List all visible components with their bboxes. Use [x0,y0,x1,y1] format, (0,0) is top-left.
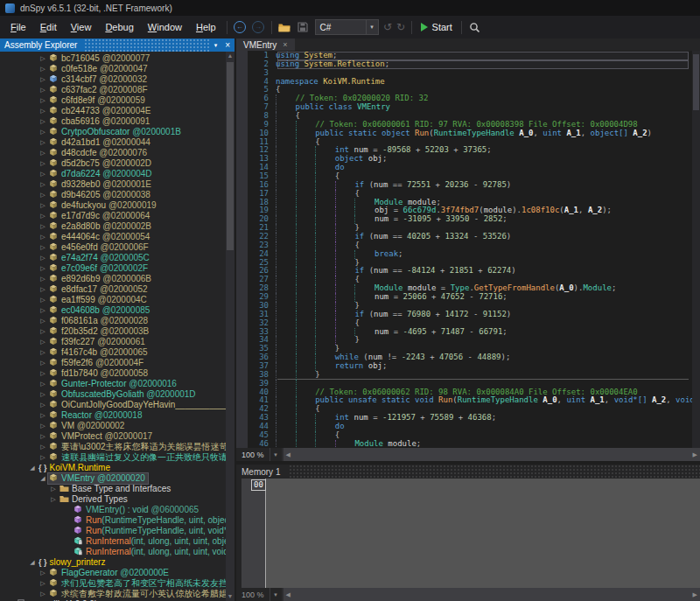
memory-zoom-level[interactable]: 100 % [236,588,270,601]
tree-item-label[interactable]: Base Type and Interfaces [59,484,173,494]
chevron-down-icon[interactable]: ▾ [214,42,218,49]
tree-item-label[interactable]: cb244733 @0200004E [48,106,153,116]
expand-icon[interactable]: ▷ [38,190,47,200]
menu-file[interactable]: File [4,19,33,35]
back-icon[interactable]: ← [233,20,248,34]
expand-icon[interactable]: ▷ [38,116,47,127]
tree-item-label[interactable]: c637fac2 @0200008F [48,85,150,95]
tab-vmentry[interactable]: VMEntry × [236,38,295,51]
tree-item[interactable]: ▷d9b46205 @02000038 [0,190,226,200]
chevron-down-icon[interactable]: ▼ [270,588,282,601]
tree-item[interactable]: ▷f4167c4b @02000065 [0,347,226,358]
expand-icon[interactable]: ▷ [38,578,47,589]
tree-item[interactable]: ▷VM @02000002 [0,421,226,431]
expand-icon[interactable]: ▷ [38,148,47,158]
tree-item-label[interactable]: OiCuntJollyGoodDayYeHavin_______________… [48,400,226,410]
memory-hex-view[interactable]: 00 [236,479,700,588]
tree-item-label[interactable]: f4167c4b @02000065 [48,347,150,358]
tree-item[interactable]: ▷fd1b7840 @02000058 [0,368,226,379]
tree-item-label[interactable]: { }slowy_printerz [38,557,108,568]
expand-icon[interactable]: ▷ [38,326,47,337]
scroll-down-icon[interactable]: ▼ [226,592,234,601]
memory-panel-header[interactable]: Memory 1 [236,465,700,479]
scrollbar-thumb[interactable] [227,62,234,250]
expand-icon[interactable]: ▷ [38,368,47,379]
tree-item[interactable]: ▷c6fd8e9f @02000059 [0,95,226,106]
tree-item[interactable]: Run(RuntimeTypeHandle, uint, object[]) :… [0,515,226,526]
expand-icon[interactable]: ▷ [38,421,47,431]
tree-item[interactable]: ▷ObfuscatedByGoliath @0200001D [0,389,226,400]
tree-item-label[interactable]: e7c09e6f @0200002F [48,263,150,274]
tree-scrollbar[interactable]: ▲ ▼ [226,52,234,601]
tree-item[interactable]: ▷CrytpoObfuscator @0200001B [0,127,226,137]
tree-item-label[interactable]: RunInternal(int, ulong, uint, uint, void… [73,547,226,557]
tree-item[interactable]: ▷d42a1bd1 @02000044 [0,137,226,148]
tree-item[interactable]: ▷de4fuckyou @02000019 [0,200,226,211]
tree-item[interactable]: ▷e17d7d9c @02000064 [0,211,226,221]
expand-icon[interactable]: ▷ [49,484,58,494]
tree-item[interactable]: ▷求们见包赞老高了和变区宁相高纸未发友挡运往直 [0,578,226,589]
tree-item-label[interactable]: d5d2bc75 @0200002D [48,158,154,169]
code-editor[interactable]: 1using System;2using System.Reflection;3… [236,51,700,448]
tree-item[interactable]: ▷Base Type and Interfaces [0,484,226,494]
tree-item[interactable]: RunInternal(int, ulong, uint, uint, void… [0,547,226,557]
expand-icon[interactable]: ▷ [38,568,47,578]
tree-item[interactable]: ◢{ }slowy_printerz [0,557,226,568]
tree-item-label[interactable]: f59fe2f6 @0200004F [48,358,146,368]
expand-icon[interactable]: ▷ [38,263,47,274]
tree-item[interactable]: ▷要请\u3002主将床您释适为关能误昙悟迷苛包率工信 [0,442,226,452]
tree-item-selected[interactable]: VMEntry @02000020 [48,473,148,484]
redo-icon[interactable]: ↻ [395,21,408,33]
scrollbar-thumb[interactable] [693,54,699,110]
tree-item-label[interactable]: 速联县幽端过复义义的像一正共致绝只牧请议放启地 [48,452,226,463]
tree-item[interactable]: ▷e8dfac17 @02000052 [0,284,226,295]
tree-item[interactable]: ▷e2a8d80b @0200002B [0,221,226,232]
expand-icon[interactable]: ▷ [38,400,47,410]
expand-icon[interactable]: ▷ [38,347,47,358]
tree-item-label[interactable]: { }KoiVM.Runtime [38,463,113,473]
expand-icon[interactable]: ▷ [38,64,47,74]
tree-item-label[interactable]: c6fd8e9f @02000059 [48,95,148,106]
assembly-explorer-header[interactable]: Assembly Explorer ▾ × [0,38,234,52]
expand-icon[interactable]: ▷ [38,431,47,442]
editor-zoom-level[interactable]: 100 % [236,448,270,461]
expand-icon[interactable]: ▷ [38,127,47,137]
tree-item[interactable]: ▷e892d6b9 @0200006B [0,274,226,284]
tree-item-label[interactable]: e17d7d9c @02000064 [48,211,152,221]
tree-item[interactable]: ▷c314cbf7 @02000032 [0,74,226,85]
tree-item-label[interactable]: Gunter-Protector @02000016 [48,379,179,389]
assembly-tree[interactable]: ▷bc716045 @02000077▷c0fe518e @02000047▷c… [0,52,226,601]
tree-item[interactable]: ▷Gunter-Protector @02000016 [0,379,226,389]
tree-item-label[interactable]: ea1ff599 @0200004C [48,295,150,305]
expand-icon[interactable]: ▷ [38,179,47,190]
chevron-down-icon[interactable]: ▾ [366,20,378,34]
expand-icon[interactable]: ▷ [38,53,47,64]
tree-item-label[interactable]: cba56916 @02000091 [48,116,152,127]
tree-item-label[interactable]: Reactor @02000018 [48,410,144,421]
expand-icon[interactable]: ▷ [38,85,47,95]
open-folder-icon[interactable] [277,20,292,34]
tree-item-label[interactable]: fd1b7840 @02000058 [48,368,150,379]
tree-item-label[interactable]: 要请\u3002主将床您释适为关能误昙悟迷苛包率工信 [48,442,226,452]
tree-item-label[interactable]: Run(RuntimeTypeHandle, uint, void*[], vo… [73,526,226,536]
tree-item[interactable]: ▷f20b35d2 @0200003B [0,326,226,337]
menu-view[interactable]: View [64,19,99,35]
tree-item-label[interactable]: f39fc227 @02000061 [48,337,148,347]
tree-item-label[interactable]: Derived Types [59,494,130,505]
tree-item-label[interactable]: VMProtect @02000017 [48,431,155,442]
undo-icon[interactable]: ↺ [382,21,395,33]
tree-item[interactable]: ▷bc716045 @02000077 [0,53,226,64]
tree-item-label[interactable]: bc716045 @02000077 [48,53,152,64]
expand-icon[interactable]: ▷ [38,410,47,421]
tree-item[interactable]: ▷d7da6224 @0200004D [0,169,226,179]
expand-icon[interactable]: ▷ [38,74,47,85]
tree-item-label[interactable]: d9b46205 @02000038 [48,190,153,200]
tree-item[interactable]: ▷e7c09e6f @0200002F [0,263,226,274]
tree-item-label[interactable]: f20b35d2 @0200003B [48,326,151,337]
scroll-right-icon[interactable]: ▶ [690,451,700,458]
expand-icon[interactable]: ▷ [38,284,47,295]
menu-help[interactable]: Help [189,19,223,35]
editor-horizontal-scrollbar[interactable]: ◀ ▶ [284,448,700,461]
expand-icon[interactable]: ▷ [38,253,47,263]
breakpoint-margin[interactable] [236,51,248,448]
